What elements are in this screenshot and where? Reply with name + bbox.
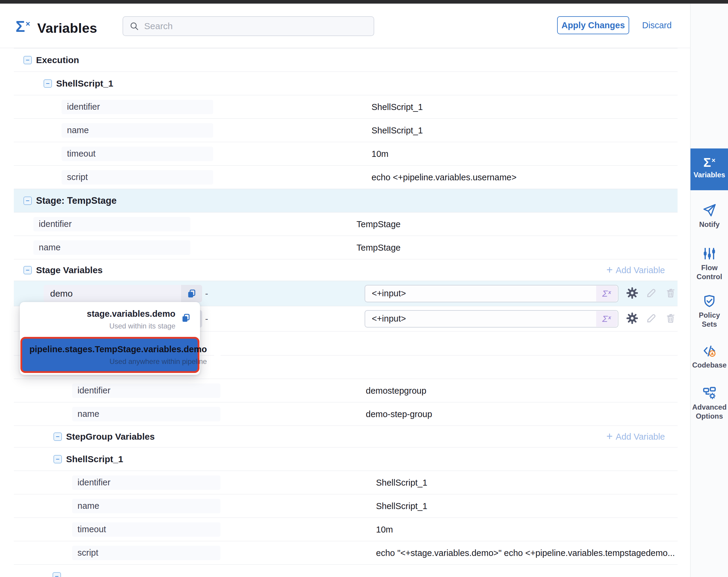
collapse-icon[interactable] (23, 266, 32, 274)
expression-scope-hint: Used anywhere within pipeline (29, 357, 207, 366)
field-value: ShellScript_1 (371, 102, 423, 112)
variable-name: demo (44, 288, 181, 299)
edit-pencil-icon[interactable] (646, 312, 657, 325)
expression-scope-hint: Used within its stage (27, 322, 175, 330)
table-row: identifierTempStage (14, 212, 678, 236)
copy-icon[interactable] (212, 348, 226, 361)
add-variable-label: Add Variable (616, 265, 665, 275)
table-row: nameShellScript_1 (14, 494, 678, 518)
sigma-x-icon: Σ× (691, 148, 728, 169)
expression-path: stage.variables.demo (27, 309, 175, 319)
table-row: scriptecho "<+stage.variables.demo>" ech… (14, 541, 678, 565)
variable-name-field[interactable]: demo (44, 285, 202, 302)
expression-toggle-button[interactable]: Σx (596, 311, 617, 327)
variables-panel-screen: Σ× Variables Apply Changes Discard Execu… (0, 0, 728, 577)
sigma-x-icon: Σ× (16, 19, 30, 34)
discard-button[interactable]: Discard (642, 20, 672, 30)
delete-trash-icon[interactable] (665, 312, 676, 325)
add-variable-button[interactable]: +Add Variable (606, 265, 665, 275)
field-value: ShellScript_1 (371, 125, 423, 135)
copy-icon[interactable] (181, 313, 194, 326)
settings-gear-icon[interactable] (626, 312, 638, 325)
field-label: script (61, 170, 213, 184)
search-icon (129, 21, 139, 31)
table-row: timeout10m (14, 518, 678, 541)
search-box[interactable] (123, 16, 374, 36)
add-variable-label: Add Variable (616, 431, 665, 442)
expression-option-selected[interactable]: pipeline.stages.TempStage.variables.demo… (22, 339, 198, 371)
section-label: Stage: TempStage (36, 195, 116, 206)
window-top-strip (0, 0, 728, 4)
section-label: Stage Variables (36, 265, 103, 275)
flow-gear-icon (691, 386, 728, 400)
field-label: identifier (33, 217, 190, 231)
sidebar-item-advanced-options[interactable]: Advanced Options (691, 386, 728, 421)
code-warning-icon (691, 344, 728, 358)
paper-plane-icon (691, 203, 728, 218)
sidebar-item-label: Notify (691, 220, 728, 229)
field-label: identifier (72, 475, 220, 490)
field-value: echo <+pipeline.variables.username> (371, 172, 517, 182)
field-value: ShellScript_1 (376, 478, 427, 487)
table-row: timeout10m (14, 142, 678, 166)
field-label: identifier (61, 100, 213, 114)
settings-gear-icon[interactable] (626, 287, 638, 300)
page-title: Variables (37, 20, 97, 36)
expression-option[interactable]: stage.variables.demoUsed within its stag… (20, 303, 200, 336)
expression-toggle-button[interactable]: Σx (596, 286, 617, 301)
sidebar-item-codebase[interactable]: Codebase (691, 344, 728, 370)
variable-dash: - (205, 288, 208, 299)
sidebar-item-notify[interactable]: Notify (691, 203, 728, 229)
field-label: name (61, 123, 213, 137)
table-row: nameShellScript_1 (14, 119, 678, 142)
sidebar-item-policy-sets[interactable]: Policy Sets (691, 294, 728, 329)
search-input[interactable] (144, 21, 368, 31)
variable-value: <+input> (365, 314, 596, 324)
right-sidebar: Σ×VariablesNotifyFlow ControlPolicy Sets… (690, 4, 728, 577)
field-value: ShellScript_1 (376, 501, 427, 511)
field-value: TempStage (357, 219, 401, 229)
section-label: Execution (36, 55, 79, 65)
collapse-icon[interactable] (44, 79, 52, 88)
field-label: timeout (61, 147, 213, 161)
collapse-icon[interactable] (23, 56, 32, 64)
add-variable-button[interactable]: +Add Variable (606, 431, 665, 442)
variable-value-input[interactable]: <+input>Σx (365, 285, 618, 302)
field-label: name (33, 241, 190, 255)
collapse-icon[interactable] (53, 572, 61, 577)
delete-trash-icon[interactable] (665, 287, 676, 300)
sidebar-item-label: Flow Control (691, 263, 728, 281)
field-value: 10m (371, 149, 388, 159)
plus-icon: + (606, 431, 613, 442)
copy-icon[interactable] (181, 285, 202, 302)
sidebar-item-variables[interactable]: Σ×Variables (691, 148, 728, 190)
field-value: demostepgroup (366, 385, 426, 396)
variable-value: <+input> (365, 288, 596, 298)
field-value: demo-step-group (366, 409, 432, 419)
table-row: Execution (14, 48, 678, 72)
apply-changes-button[interactable]: Apply Changes (557, 16, 629, 34)
collapse-icon[interactable] (53, 432, 62, 441)
table-row: namedemo-step-group (14, 402, 678, 426)
table-row: StepGroup Variables+Add Variable (14, 426, 678, 448)
sidebar-item-flow-control[interactable]: Flow Control (691, 246, 728, 281)
variable-dash: - (205, 314, 208, 324)
variable-value-input[interactable]: <+input>Σx (365, 310, 618, 328)
edit-pencil-icon[interactable] (646, 287, 657, 300)
sliders-icon (691, 246, 728, 261)
table-row: identifierShellScript_1 (14, 471, 678, 494)
sidebar-item-label: Advanced Options (691, 403, 728, 421)
table-row: ShellScript_1 (14, 448, 678, 471)
table-row: Stage: TempStage (14, 189, 678, 212)
field-label: name (72, 407, 220, 421)
variable-expression-popup: stage.variables.demoUsed within its stag… (20, 302, 200, 375)
plus-icon: + (606, 264, 613, 275)
collapse-icon[interactable] (23, 197, 32, 205)
table-row: ShellScript_1 (14, 72, 678, 95)
collapse-icon[interactable] (53, 455, 62, 463)
table-row: scriptecho <+pipeline.variables.username… (14, 166, 678, 189)
field-value: 10m (376, 524, 393, 534)
table-row: identifierdemostepgroup (14, 379, 678, 402)
table-row: nameTempStage (14, 236, 678, 259)
field-label: identifier (72, 383, 220, 398)
